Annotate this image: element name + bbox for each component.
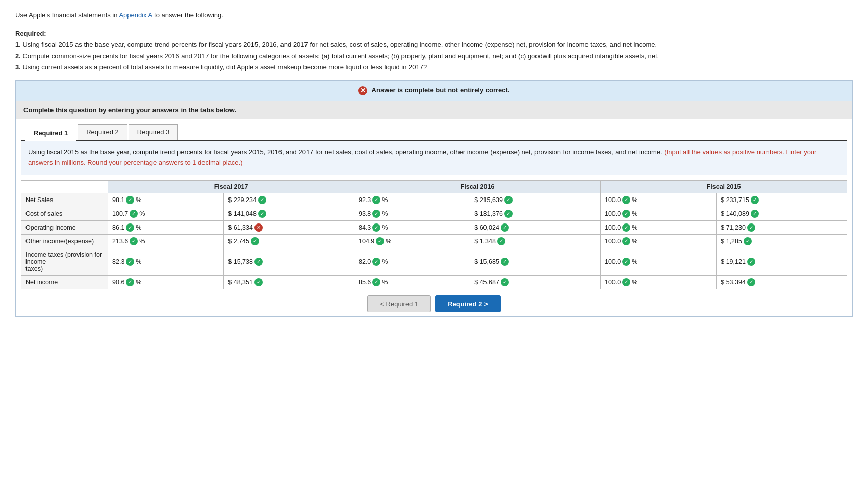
req3-num: 3.: [15, 63, 21, 71]
tabs-row: Required 1 Required 2 Required 3: [21, 124, 847, 141]
col-label-header: [21, 180, 108, 193]
row-label: Net income: [21, 275, 108, 289]
row-label: Operating income: [21, 220, 108, 234]
val-cell: $ 15,685✓: [470, 248, 601, 275]
check-icon: ✓: [254, 258, 263, 266]
check-icon: ✓: [126, 196, 134, 204]
pct-cell: 100.0✓%: [600, 234, 716, 248]
tab-required1[interactable]: Required 1: [25, 126, 76, 141]
val-cell: $ 215,639✓: [470, 193, 601, 207]
pct-cell: 90.6✓%: [108, 275, 224, 289]
check-icon: ✓: [126, 258, 134, 266]
pct-cell: 213.6✓%: [108, 234, 224, 248]
val-cell: $ 140,089✓: [717, 207, 847, 220]
val-cell: $ 61,334✕: [224, 220, 354, 234]
check-icon: ✓: [372, 278, 380, 286]
check-icon: ✓: [744, 237, 752, 245]
pct-cell: 84.3✓%: [354, 220, 470, 234]
check-icon: ✓: [258, 196, 266, 204]
pct-cell: 100.0✓%: [600, 207, 716, 220]
check-icon: ✓: [751, 196, 759, 204]
row-label: Income taxes (provision for incometaxes): [21, 248, 108, 275]
pct-cell: 86.1✓%: [108, 220, 224, 234]
tab-required2[interactable]: Required 2: [78, 124, 127, 140]
required-section: Required: 1. Using fiscal 2015 as the ba…: [15, 28, 853, 73]
pct-cell: 100.0✓%: [600, 220, 716, 234]
table-row: Net income90.6✓%$ 48,351✓85.6✓%$ 45,687✓…: [21, 275, 847, 289]
col-fiscal2017-header: Fiscal 2017: [108, 180, 354, 193]
check-icon: ✓: [501, 223, 509, 232]
tab-main-text: Using fiscal 2015 as the base year, comp…: [28, 148, 662, 156]
check-icon: ✓: [372, 210, 380, 218]
check-icon: ✓: [747, 223, 755, 232]
pct-cell: 100.7✓%: [108, 207, 224, 220]
prev-button[interactable]: < Required 1: [367, 295, 431, 312]
table-row: Cost of sales100.7✓%$ 141,048✓93.8✓%$ 13…: [21, 207, 847, 220]
check-icon: ✓: [497, 237, 505, 245]
intro-text-before: Use Apple's financial statements in: [15, 11, 119, 19]
error-icon: ✕: [358, 86, 367, 95]
val-cell: $ 1,348✓: [470, 234, 601, 248]
check-icon: ✓: [372, 196, 380, 204]
pct-cell: 92.3✓%: [354, 193, 470, 207]
val-cell: $ 45,687✓: [470, 275, 601, 289]
val-cell: $ 19,121✓: [717, 248, 847, 275]
val-cell: $ 71,230✓: [717, 220, 847, 234]
val-cell: $ 233,715✓: [717, 193, 847, 207]
check-icon: ✓: [501, 278, 509, 286]
tab1-content: Using fiscal 2015 as the base year, comp…: [21, 141, 847, 175]
banner-text: Answer is complete but not entirely corr…: [372, 87, 510, 94]
check-icon: ✓: [504, 210, 513, 218]
val-cell: $ 1,285✓: [717, 234, 847, 248]
req1-num: 1.: [15, 41, 21, 48]
pct-cell: 104.9✓%: [354, 234, 470, 248]
table-row: Net Sales98.1✓%$ 229,234✓92.3✓%$ 215,639…: [21, 193, 847, 207]
row-label: Net Sales: [21, 193, 108, 207]
pct-cell: 100.0✓%: [600, 248, 716, 275]
answer-box: ✕ Answer is complete but not entirely co…: [15, 80, 853, 317]
pct-cell: 85.6✓%: [354, 275, 470, 289]
val-cell: $ 60,024✓: [470, 220, 601, 234]
nav-buttons: < Required 1 Required 2 >: [21, 289, 847, 316]
answer-banner: ✕ Answer is complete but not entirely co…: [16, 81, 852, 101]
col-fiscal2016-header: Fiscal 2016: [354, 180, 600, 193]
pct-cell: 100.0✓%: [600, 193, 716, 207]
check-icon: ✓: [501, 258, 509, 266]
check-icon: ✓: [747, 258, 755, 266]
intro-paragraph: Use Apple's financial statements in Appe…: [15, 10, 853, 21]
col-fiscal2015-header: Fiscal 2015: [600, 180, 847, 193]
check-icon: ✓: [254, 278, 263, 286]
val-cell: $ 15,738✓: [224, 248, 354, 275]
check-icon: ✓: [747, 278, 755, 286]
required-title: Required:: [15, 30, 46, 37]
check-icon: ✓: [258, 210, 266, 218]
check-icon: ✓: [622, 196, 630, 204]
next-button[interactable]: Required 2 >: [435, 295, 500, 312]
tab-required3[interactable]: Required 3: [129, 124, 178, 140]
row-label: Cost of sales: [21, 207, 108, 220]
check-icon: ✓: [622, 210, 630, 218]
xmark-icon: ✕: [254, 223, 263, 232]
check-icon: ✓: [251, 237, 259, 245]
pct-cell: 93.8✓%: [354, 207, 470, 220]
check-icon: ✓: [622, 258, 630, 266]
val-cell: $ 48,351✓: [224, 275, 354, 289]
pct-cell: 82.3✓%: [108, 248, 224, 275]
check-icon: ✓: [622, 278, 630, 286]
check-icon: ✓: [372, 258, 380, 266]
check-icon: ✓: [372, 223, 380, 232]
row-label: Other income/(expense): [21, 234, 108, 248]
val-cell: $ 141,048✓: [224, 207, 354, 220]
check-icon: ✓: [504, 196, 513, 204]
val-cell: $ 53,394✓: [717, 275, 847, 289]
req3-text: Using current assets as a percent of tot…: [22, 63, 427, 71]
val-cell: $ 229,234✓: [224, 193, 354, 207]
pct-cell: 82.0✓%: [354, 248, 470, 275]
req2-text: Compute common-size percents for fiscal …: [22, 52, 659, 60]
check-icon: ✓: [751, 210, 759, 218]
check-icon: ✓: [126, 278, 134, 286]
check-icon: ✓: [376, 237, 384, 245]
appendix-link[interactable]: Appendix A: [119, 11, 152, 19]
table-row: Income taxes (provision for incometaxes)…: [21, 248, 847, 275]
check-icon: ✓: [126, 223, 134, 232]
